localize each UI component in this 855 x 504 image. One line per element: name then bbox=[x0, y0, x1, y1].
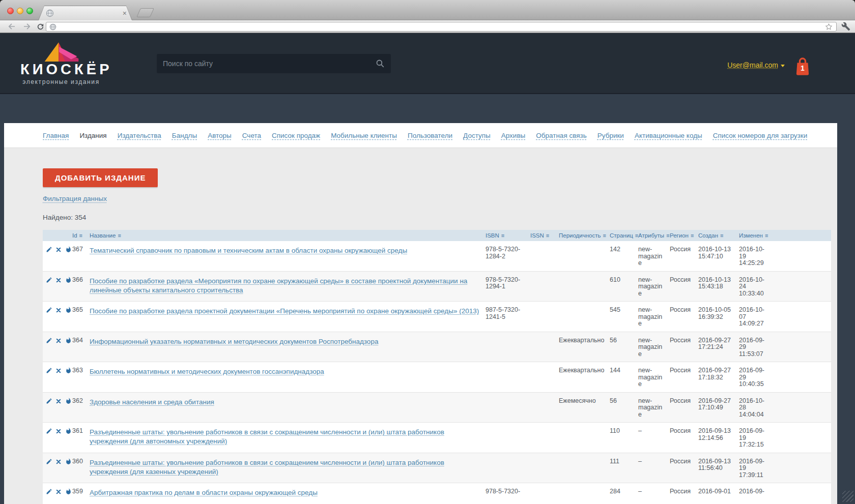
edit-icon[interactable] bbox=[46, 337, 52, 346]
sort-icon[interactable]: ≡ bbox=[765, 232, 768, 239]
logo-subtitle: электронные издания bbox=[20, 78, 102, 85]
nav-item-scheta[interactable]: Счета bbox=[242, 132, 261, 139]
minimize-window-button[interactable] bbox=[17, 8, 23, 14]
delete-icon[interactable] bbox=[55, 398, 62, 406]
search-input[interactable] bbox=[163, 60, 376, 68]
flame-icon[interactable] bbox=[65, 488, 72, 497]
col-attributes[interactable]: Атрибуты≡ bbox=[638, 230, 670, 241]
row-isbn bbox=[486, 362, 530, 393]
forward-button[interactable] bbox=[21, 21, 33, 32]
window-resize-grip[interactable] bbox=[842, 491, 853, 502]
delete-icon[interactable] bbox=[55, 277, 62, 285]
delete-icon[interactable] bbox=[55, 338, 62, 346]
nav-item-rubriki[interactable]: Рубрики bbox=[597, 132, 624, 139]
wrench-menu-icon[interactable] bbox=[841, 22, 850, 33]
delete-icon[interactable] bbox=[55, 428, 62, 436]
nav-item-polzovateli[interactable]: Пользователи bbox=[408, 132, 452, 139]
sort-icon[interactable]: ≡ bbox=[666, 232, 669, 239]
publication-link[interactable]: Бюллетень нормативных и методических док… bbox=[90, 368, 324, 375]
col-pages[interactable]: Страниц≡ bbox=[610, 230, 638, 241]
delete-icon[interactable] bbox=[55, 489, 62, 497]
sort-icon[interactable]: ≡ bbox=[603, 232, 606, 239]
site-search[interactable] bbox=[157, 54, 391, 73]
edit-icon[interactable] bbox=[46, 488, 52, 497]
row-id: 366 bbox=[72, 271, 90, 302]
nav-item-izdaniya[interactable]: Издания bbox=[79, 132, 106, 139]
nav-item-mobilnye-klienty[interactable]: Мобильные клиенты bbox=[331, 132, 397, 139]
address-input[interactable] bbox=[56, 23, 824, 31]
zoom-window-button[interactable] bbox=[26, 8, 33, 14]
row-pages: 545 bbox=[610, 302, 638, 332]
col-isbn[interactable]: ISBN≡ bbox=[486, 230, 530, 241]
filter-data-link[interactable]: Фильтрация данных bbox=[43, 195, 107, 202]
close-tab-icon[interactable]: × bbox=[123, 9, 127, 18]
edit-icon[interactable] bbox=[46, 458, 52, 467]
sort-icon[interactable]: ≡ bbox=[118, 232, 121, 239]
flame-icon[interactable] bbox=[65, 367, 72, 376]
main-container: Главная Издания Издательства Бандлы Авто… bbox=[4, 123, 837, 504]
reload-button[interactable] bbox=[35, 21, 46, 32]
nav-item-spisok-prodazh[interactable]: Список продаж bbox=[272, 132, 320, 139]
row-periodicity: Ежеквартально bbox=[559, 362, 610, 393]
site-logo[interactable]: КИОСКЁР электронные издания bbox=[20, 40, 102, 85]
publication-link[interactable]: Арбитражная практика по делам в области … bbox=[90, 489, 318, 496]
nav-item-arhivy[interactable]: Архивы bbox=[501, 132, 526, 139]
globe-icon bbox=[49, 23, 56, 31]
nav-item-izdatelstva[interactable]: Издательства bbox=[118, 132, 161, 139]
edit-icon[interactable] bbox=[46, 277, 52, 285]
sort-icon[interactable]: ≡ bbox=[720, 232, 723, 239]
nav-item-obratnaya-svyaz[interactable]: Обратная связь bbox=[536, 132, 586, 139]
flame-icon[interactable] bbox=[65, 246, 72, 255]
publication-link[interactable]: Разъединенные штаты: увольнение работник… bbox=[90, 459, 444, 476]
user-email-menu[interactable]: User@mail.com bbox=[727, 61, 785, 69]
edit-icon[interactable] bbox=[46, 246, 52, 255]
col-modified[interactable]: Изменен≡ bbox=[739, 230, 772, 241]
sort-icon[interactable]: ≡ bbox=[691, 232, 694, 239]
flame-icon[interactable] bbox=[65, 277, 72, 285]
sort-icon[interactable]: ≡ bbox=[501, 232, 504, 239]
flame-icon[interactable] bbox=[65, 307, 72, 315]
nav-item-avtory[interactable]: Авторы bbox=[208, 132, 232, 139]
nav-item-aktivacionnye-kody[interactable]: Активационные коды bbox=[635, 132, 702, 139]
publication-link[interactable]: Здоровье населения и среда обитания bbox=[90, 398, 214, 406]
flame-icon[interactable] bbox=[65, 458, 72, 467]
flame-icon[interactable] bbox=[65, 337, 72, 346]
publication-link[interactable]: Пособие по разработке раздела «Мероприят… bbox=[90, 277, 467, 294]
col-created[interactable]: Создан≡ bbox=[698, 230, 739, 241]
delete-icon[interactable] bbox=[55, 307, 62, 315]
col-periodicity[interactable]: Периодичность≡ bbox=[559, 230, 610, 241]
bookmark-star-icon[interactable] bbox=[824, 22, 833, 31]
cart-button[interactable]: 1 bbox=[795, 56, 810, 79]
col-title[interactable]: Название≡ bbox=[90, 230, 486, 241]
col-issn[interactable]: ISSN≡ bbox=[530, 230, 559, 241]
nav-item-glavnaya[interactable]: Главная bbox=[43, 132, 69, 139]
table-row: 363 Бюллетень нормативных и методических… bbox=[43, 362, 831, 393]
new-tab-button[interactable] bbox=[136, 8, 154, 17]
edit-icon[interactable] bbox=[46, 398, 52, 406]
magnifier-icon[interactable] bbox=[376, 59, 385, 68]
publication-link[interactable]: Пособие по разработке раздела проектной … bbox=[90, 307, 479, 315]
col-id[interactable]: Id≡ bbox=[72, 230, 90, 241]
address-bar[interactable] bbox=[46, 22, 837, 32]
nav-item-dostupy[interactable]: Доступы bbox=[463, 132, 491, 139]
add-publication-button[interactable]: ДОБАВИТЬ ИЗДАНИЕ bbox=[43, 168, 158, 187]
delete-icon[interactable] bbox=[55, 368, 62, 376]
flame-icon[interactable] bbox=[65, 428, 72, 436]
publication-link[interactable]: Информационный указатель нормативных и м… bbox=[90, 338, 378, 345]
nav-item-bandly[interactable]: Бандлы bbox=[172, 132, 197, 139]
publication-link[interactable]: Разъединенные штаты: увольнение работник… bbox=[90, 428, 444, 445]
browser-tab[interactable]: × bbox=[38, 6, 132, 20]
edit-icon[interactable] bbox=[46, 307, 52, 315]
delete-icon[interactable] bbox=[55, 247, 62, 255]
publication-link[interactable]: Тематический справочник по правовым и те… bbox=[90, 247, 407, 254]
edit-icon[interactable] bbox=[46, 428, 52, 436]
nav-item-spisok-nomerov[interactable]: Список номеров для загрузки bbox=[713, 132, 808, 139]
close-window-button[interactable] bbox=[7, 8, 14, 14]
col-region[interactable]: Регион≡ bbox=[670, 230, 698, 241]
edit-icon[interactable] bbox=[46, 367, 52, 376]
sort-icon[interactable]: ≡ bbox=[546, 232, 549, 239]
delete-icon[interactable] bbox=[55, 459, 62, 467]
sort-icon[interactable]: ≡ bbox=[79, 232, 82, 239]
back-button[interactable] bbox=[6, 21, 17, 32]
flame-icon[interactable] bbox=[65, 398, 72, 406]
